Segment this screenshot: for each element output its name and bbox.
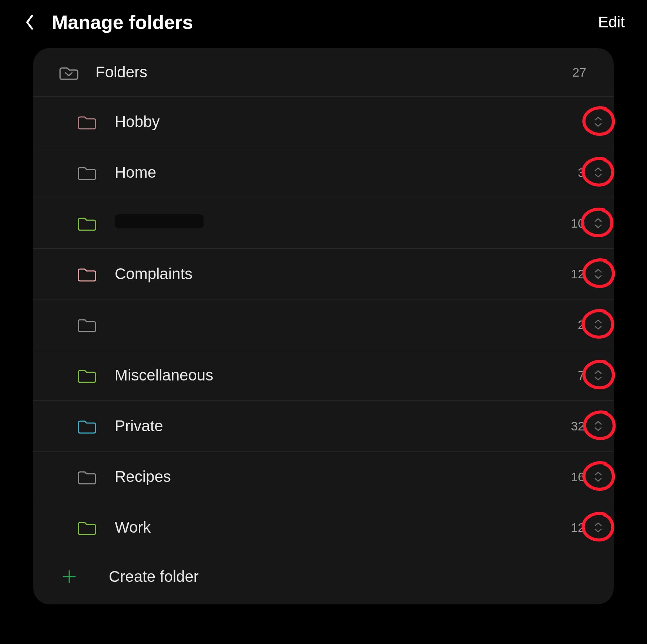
- folder-row[interactable]: Miscellaneous7: [33, 350, 614, 401]
- folders-panel: Folders 27 Hobby Home3 10 Complaints12 2…: [33, 48, 614, 604]
- chevron-left-icon: [24, 14, 35, 30]
- header-bar: Manage folders Edit: [0, 0, 647, 44]
- folder-icon: [78, 215, 96, 231]
- folder-name: Miscellaneous: [115, 366, 567, 384]
- folder-open-icon: [59, 63, 78, 82]
- folder-row[interactable]: Work12: [33, 502, 614, 553]
- reorder-handle[interactable]: [590, 519, 606, 536]
- folder-count: 16: [567, 470, 585, 484]
- folder-row[interactable]: Recipes16: [33, 452, 614, 502]
- folder-count: 32: [567, 419, 585, 433]
- reorder-handle[interactable]: [590, 469, 606, 485]
- folder-name: Complaints: [115, 265, 567, 283]
- folder-name: Recipes: [115, 468, 567, 486]
- reorder-handle[interactable]: [590, 164, 606, 181]
- folder-icon: [78, 114, 96, 130]
- create-folder-button[interactable]: Create folder: [33, 553, 614, 601]
- folder-row[interactable]: Private32: [33, 401, 614, 452]
- folder-icon: [78, 520, 96, 535]
- plus-icon: [61, 568, 78, 585]
- reorder-handle[interactable]: [590, 114, 606, 130]
- back-button[interactable]: [22, 15, 37, 30]
- folder-count: 10: [567, 216, 585, 231]
- page-title: Manage folders: [52, 11, 598, 33]
- reorder-handle[interactable]: [590, 215, 606, 231]
- redacted-text: [115, 214, 204, 228]
- create-folder-label: Create folder: [109, 568, 199, 586]
- folder-name: [115, 214, 567, 232]
- folder-row[interactable]: Home3: [33, 147, 614, 198]
- folder-count: 2: [567, 318, 585, 332]
- folder-icon: [78, 418, 96, 434]
- folder-icon: [78, 469, 96, 484]
- folder-icon: [78, 266, 96, 282]
- folders-root-label: Folders: [95, 63, 569, 81]
- folders-root-count: 27: [569, 65, 586, 80]
- folder-name: Private: [115, 417, 567, 435]
- folder-icon: [78, 165, 96, 180]
- folder-count: 12: [567, 267, 585, 281]
- folder-icon: [78, 368, 96, 383]
- folder-row[interactable]: Complaints12: [33, 249, 614, 299]
- folder-row[interactable]: Hobby: [33, 97, 614, 147]
- folder-count: 12: [567, 520, 585, 535]
- reorder-handle[interactable]: [590, 266, 606, 282]
- folder-icon: [78, 317, 96, 332]
- reorder-handle[interactable]: [590, 367, 606, 383]
- folder-count: 3: [567, 165, 585, 180]
- reorder-handle[interactable]: [590, 418, 606, 434]
- edit-button[interactable]: Edit: [598, 13, 625, 31]
- folder-name: Hobby: [115, 113, 567, 131]
- folders-root-row[interactable]: Folders 27: [33, 48, 614, 97]
- folder-row[interactable]: 2: [33, 299, 614, 350]
- folder-name: Home: [115, 164, 567, 181]
- folder-name: Work: [115, 519, 567, 536]
- folder-count: 7: [567, 368, 585, 383]
- reorder-handle[interactable]: [590, 316, 606, 333]
- folder-row[interactable]: 10: [33, 198, 614, 249]
